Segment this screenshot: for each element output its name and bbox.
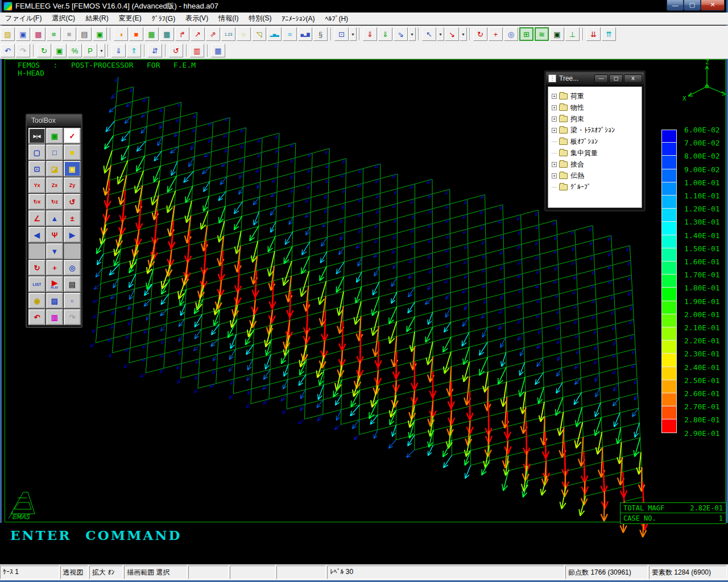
tree-item-6[interactable]: +接合 xyxy=(552,159,642,170)
mesh-overlay-button[interactable]: ≋ xyxy=(535,27,549,41)
case-folders-button[interactable]: ▣ xyxy=(52,44,67,57)
render-mode-button[interactable]: ⊡ xyxy=(334,27,349,41)
program-folder-button[interactable]: P xyxy=(83,44,97,57)
load-down-button[interactable]: ⇊ xyxy=(586,27,601,41)
undo-view-button[interactable]: ↶ xyxy=(28,309,46,325)
view-down-button[interactable]: ▼ xyxy=(46,243,63,259)
view-wireframe-cube-button[interactable]: ▢ xyxy=(28,144,46,160)
view-up-button[interactable]: ▲ xyxy=(46,210,63,226)
toolbox-window[interactable]: ToolBox ▶|◀▣✓▢□■⊡◪▣YxZxZy↻x↻z↺∠▲±◀Ψ▶▼↻+◎… xyxy=(26,114,82,328)
anim-step-button[interactable]: ▶|◀ xyxy=(28,128,46,144)
circle-display-button[interactable]: ○ xyxy=(237,27,251,41)
toolbox-title[interactable]: ToolBox xyxy=(27,115,81,126)
graph-area-button[interactable]: ▂▅▃ xyxy=(267,27,282,41)
percent-grid-button[interactable]: % xyxy=(68,44,82,57)
refresh-case-button[interactable]: ↻ xyxy=(37,44,51,57)
tree-item-1[interactable]: +物性 xyxy=(552,102,642,113)
view-left-button[interactable]: ◀ xyxy=(28,227,46,243)
axis-xyz-button[interactable]: Ψ xyxy=(46,227,63,243)
menu-item-7[interactable]: 特別(S) xyxy=(243,13,276,24)
zoom-view-button[interactable]: ◎ xyxy=(64,260,81,276)
view-yx-button[interactable]: Yx xyxy=(28,177,46,193)
shrink-element-button[interactable]: ▫ xyxy=(64,293,81,309)
result-filter-button[interactable]: ⇘ xyxy=(394,27,408,41)
tree-expander[interactable]: + xyxy=(552,128,557,133)
command-area[interactable]: ENTER COMMAND xyxy=(0,523,728,564)
view-pan-cube-button[interactable]: ▣ xyxy=(64,161,81,177)
step-down-button[interactable]: ⇓ xyxy=(111,44,126,57)
element-color-button[interactable]: ▦ xyxy=(144,27,159,41)
list-output-button[interactable]: LIST xyxy=(28,276,46,292)
rotate-x-button[interactable]: ↻x xyxy=(28,194,46,210)
section-line-button[interactable]: ◹ xyxy=(252,27,266,41)
axis-move-button[interactable]: ⇵ xyxy=(148,44,162,57)
print-button[interactable]: ▤ xyxy=(77,27,92,41)
result-down-button[interactable]: ⇓ xyxy=(363,27,377,41)
plus-minus-button[interactable]: ± xyxy=(64,210,81,226)
graph-line-button[interactable]: ≈ xyxy=(283,27,297,41)
tree-window[interactable]: ⋮ Tree... — ▢ X +荷重+物性+拘束+梁・ﾄﾗｽｵﾌﾟｼｮﾝ板ｵﾌ… xyxy=(544,70,646,211)
tree-expander[interactable]: + xyxy=(552,162,557,167)
rotate-view-button[interactable]: ↻ xyxy=(473,27,487,41)
view-right-button[interactable]: ▶ xyxy=(64,227,81,243)
tree-item-7[interactable]: +伝熱 xyxy=(552,170,642,181)
deform-shape-button[interactable]: § xyxy=(313,27,328,41)
menu-item-4[interactable]: ｸﾞﾗﾌ(G) xyxy=(147,14,180,24)
tree-title-bar[interactable]: ⋮ Tree... — ▢ X xyxy=(546,72,644,85)
minimize-button[interactable]: — xyxy=(667,0,684,11)
view-hidden-cube-button[interactable]: □ xyxy=(46,144,63,160)
move-view-button[interactable]: + xyxy=(489,27,503,41)
tree-item-8[interactable]: ｸﾞﾙｰﾌﾟ xyxy=(552,181,642,193)
fit-view-button[interactable]: ⊞ xyxy=(519,27,533,41)
element-pick-button-dropdown[interactable]: ▼ xyxy=(460,27,467,41)
layer-list-on-button[interactable]: ≡ xyxy=(47,27,61,41)
zoom-window-button[interactable]: ◎ xyxy=(504,27,518,41)
result-filter-button-dropdown[interactable]: ▼ xyxy=(408,27,416,41)
contour-fill-button[interactable]: ■ xyxy=(129,27,143,41)
graph-bar-button[interactable]: ▅▂▇ xyxy=(298,27,312,41)
legend-edit-button[interactable]: ▥ xyxy=(190,44,204,57)
tree-expander[interactable]: + xyxy=(552,117,557,122)
view-zx-button[interactable]: Zx xyxy=(46,177,63,193)
tree-expander[interactable]: + xyxy=(552,105,557,110)
menu-item-8[interactable]: ｱﾆﾒｰｼｮﾝ(A) xyxy=(276,14,320,24)
load-up-button[interactable]: ⇈ xyxy=(602,27,616,41)
menu-item-3[interactable]: 変更(E) xyxy=(114,13,147,24)
layer-list-off-button[interactable]: ≡ xyxy=(62,27,76,41)
move-all-button[interactable]: + xyxy=(46,260,63,276)
vector-button[interactable]: ↗ xyxy=(191,27,205,41)
rotate-z-button[interactable]: ↻z xyxy=(46,194,63,210)
tree-item-3[interactable]: +梁・ﾄﾗｽｵﾌﾟｼｮﾝ xyxy=(552,124,642,136)
step-up-button[interactable]: ⇑ xyxy=(127,44,141,57)
tree-restore-button[interactable]: ▢ xyxy=(609,74,623,83)
list-table-button[interactable]: ▦ xyxy=(211,44,225,57)
redo-button[interactable]: ↷ xyxy=(16,44,30,57)
view-select-cube-button[interactable]: ◪ xyxy=(46,161,63,177)
view-zy-button[interactable]: Zy xyxy=(64,177,81,193)
redo-view-button[interactable]: ↷ xyxy=(64,309,81,325)
tile-image-button[interactable]: ▩ xyxy=(31,27,46,41)
close-button[interactable]: ✕ xyxy=(701,0,725,11)
tree-expander[interactable]: + xyxy=(552,94,557,99)
menu-item-1[interactable]: 選択(C) xyxy=(47,13,80,24)
render-mode-button-dropdown[interactable]: ▼ xyxy=(349,27,357,41)
node-pick-button[interactable]: ↖ xyxy=(422,27,436,41)
angle-button[interactable]: ∠ xyxy=(28,210,46,226)
menu-item-0[interactable]: ファイル(F) xyxy=(0,13,47,24)
title-bar[interactable]: FEMLEEG Ver.5 [FEMOS V16.0.4] (Advanced版… xyxy=(0,0,728,13)
copy-view-button[interactable]: ▣ xyxy=(46,128,63,144)
rotate-all-button[interactable]: ↻ xyxy=(28,260,46,276)
vector-node-button[interactable]: ↱ xyxy=(175,27,189,41)
colorbar-button[interactable]: ▥ xyxy=(46,309,63,325)
element-pick-button[interactable]: ↘ xyxy=(445,27,459,41)
confirm-button[interactable]: ✓ xyxy=(64,128,81,144)
copy-image-button[interactable]: ▣ xyxy=(16,27,30,41)
restore-button[interactable]: ▢ xyxy=(684,0,701,11)
menu-item-9[interactable]: ﾍﾙﾌﾟ(H) xyxy=(320,14,353,24)
play-button[interactable]: ▶PLAY xyxy=(46,276,63,292)
capture-button[interactable]: ▣ xyxy=(93,27,107,41)
tree-expander[interactable]: + xyxy=(552,173,557,178)
vector-scale-button[interactable]: ⇗ xyxy=(206,27,220,41)
rotate-free-button[interactable]: ↺ xyxy=(64,194,81,210)
view-shaded-cube-button[interactable]: ■ xyxy=(64,144,81,160)
